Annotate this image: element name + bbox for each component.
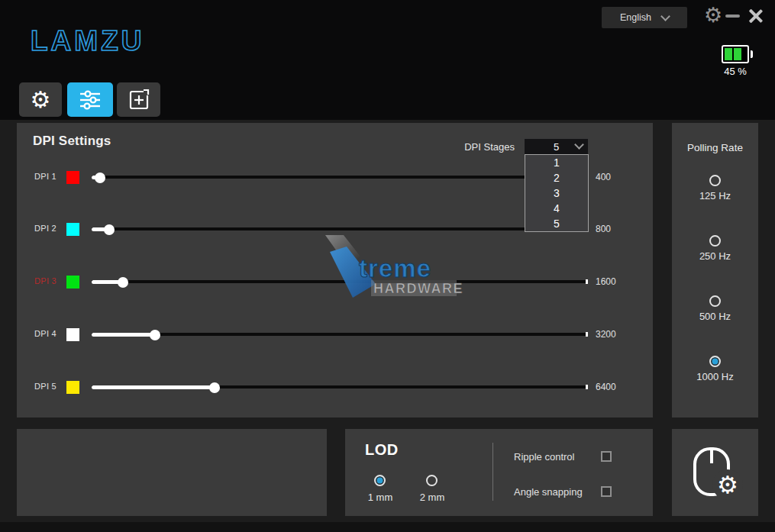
slider-thumb[interactable]	[118, 277, 128, 288]
language-selector[interactable]: English	[602, 7, 687, 28]
dpi-color-swatch[interactable]	[66, 381, 79, 394]
titlebar: LAMZU English ⚙ 45 % ⚙	[0, 0, 775, 120]
polling-label: 500 Hz	[672, 311, 758, 322]
tab-dpi-settings[interactable]	[67, 82, 113, 117]
lamzu-logo-text: LAMZU	[31, 25, 144, 56]
slider-fill	[92, 385, 215, 389]
polling-rate-panel: Polling Rate 125 Hz 250 Hz 500 Hz 1000 H…	[672, 123, 758, 418]
dpi-settings-title: DPI Settings	[33, 134, 111, 149]
dpi-row-label: DPI 2	[34, 224, 57, 233]
dpi-value: 3200	[596, 329, 616, 340]
bottom-strip	[0, 522, 775, 532]
dpi-row-label: DPI 4	[34, 329, 57, 338]
lod-panel: LOD 1 mm 2 mm Ripple control Angle snapp…	[345, 429, 653, 516]
ripple-control-checkbox[interactable]	[601, 451, 612, 462]
polling-radio-500hz[interactable]	[709, 295, 721, 307]
sliders-icon	[79, 90, 102, 110]
dpi-color-swatch[interactable]	[66, 171, 79, 184]
dropdown-option[interactable]: 3	[525, 185, 588, 201]
lod-radio-1mm[interactable]	[374, 475, 386, 486]
chevron-down-icon	[660, 11, 670, 21]
dpi-row-label: DPI 3	[34, 276, 57, 285]
dpi-value: 400	[596, 172, 611, 182]
dpi-value: 800	[596, 224, 611, 234]
tab-add-profile[interactable]	[117, 82, 160, 117]
slider-thumb[interactable]	[95, 172, 105, 183]
dpi-slider[interactable]	[92, 169, 586, 185]
dpi-stages-dropdown-list: 1 2 3 4 5	[525, 154, 589, 232]
dpi-row-3: DPI 3 1600	[17, 274, 653, 290]
gear-icon: ⚙	[712, 469, 743, 500]
dpi-color-swatch[interactable]	[66, 223, 79, 236]
dpi-slider[interactable]	[92, 221, 586, 237]
lod-title: LOD	[365, 441, 399, 459]
plus-box-icon	[128, 89, 150, 111]
slider-thumb[interactable]	[104, 224, 115, 235]
ripple-control-label: Ripple control	[514, 451, 575, 463]
dropdown-option[interactable]: 1	[525, 155, 588, 170]
dropdown-option[interactable]: 5	[525, 216, 588, 231]
titlebar-gear-icon[interactable]: ⚙	[702, 3, 725, 27]
gear-icon: ⚙	[31, 89, 51, 111]
angle-snapping-checkbox[interactable]	[601, 486, 612, 497]
mouse-wheel-line	[710, 449, 713, 463]
polling-radio-250hz[interactable]	[709, 235, 721, 247]
angle-snapping-label: Angle snapping	[514, 486, 583, 498]
lamzu-logo: LAMZU	[29, 24, 163, 58]
dpi-color-swatch[interactable]	[66, 328, 79, 341]
dpi-row-label: DPI 5	[34, 382, 57, 391]
polling-label: 250 Hz	[672, 250, 758, 262]
dropdown-option[interactable]: 4	[525, 201, 588, 216]
polling-rate-title: Polling Rate	[672, 142, 758, 153]
dpi-value: 1600	[596, 276, 616, 287]
divider	[492, 443, 493, 501]
minimize-icon[interactable]	[725, 15, 740, 18]
dpi-stages-label: DPI Stages	[433, 141, 515, 153]
empty-panel	[17, 429, 327, 516]
dpi-color-swatch[interactable]	[66, 276, 79, 289]
polling-label: 1000 Hz	[672, 371, 758, 382]
lod-radio-2mm[interactable]	[426, 475, 438, 486]
battery-icon	[722, 45, 749, 63]
dpi-slider[interactable]	[92, 274, 586, 290]
dpi-row-label: DPI 1	[34, 172, 57, 181]
dropdown-option[interactable]: 2	[525, 170, 588, 185]
polling-label: 125 Hz	[672, 190, 758, 202]
lod-label: 1 mm	[362, 492, 399, 503]
dpi-stages-selected-value: 5	[554, 141, 559, 153]
app-window: LAMZU English ⚙ 45 % ⚙	[0, 0, 775, 532]
dpi-row-4: DPI 4 3200	[17, 327, 653, 343]
dpi-slider[interactable]	[92, 327, 586, 343]
battery-percent: 45 %	[715, 66, 756, 77]
dpi-stages-select[interactable]: 5	[525, 139, 588, 154]
battery-nub	[751, 50, 753, 58]
dpi-row-5: DPI 5 6400	[17, 379, 653, 395]
slider-thumb[interactable]	[150, 330, 160, 340]
close-icon[interactable]	[748, 8, 763, 24]
dpi-settings-panel: DPI Settings DPI Stages 5 1 2 3 4 5 DPI …	[17, 123, 653, 418]
mouse-settings-button[interactable]: ⚙	[672, 429, 758, 516]
slider-fill	[92, 333, 155, 337]
language-selector-value: English	[620, 12, 651, 23]
slider-thumb[interactable]	[209, 382, 220, 393]
lod-label: 2 mm	[414, 492, 450, 503]
polling-radio-125hz[interactable]	[709, 175, 721, 186]
chevron-down-icon	[574, 140, 584, 150]
battery-bar	[725, 48, 732, 60]
dpi-value: 6400	[596, 382, 616, 392]
tab-settings[interactable]: ⚙	[19, 82, 62, 117]
dpi-slider[interactable]	[92, 379, 586, 395]
polling-radio-1000hz[interactable]	[709, 356, 721, 367]
battery-bar	[734, 48, 741, 60]
